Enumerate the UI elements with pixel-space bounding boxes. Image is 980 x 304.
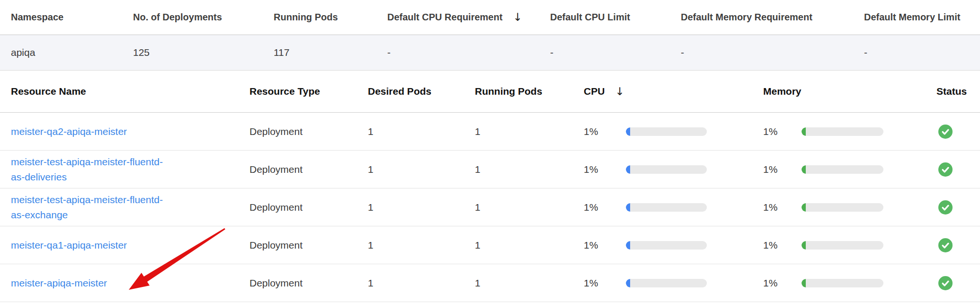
cpu-usage-fill (626, 279, 630, 287)
cpu-usage-fill (626, 127, 630, 136)
col-header-cpu[interactable]: CPU ↓ (584, 86, 763, 97)
table-row: meister-test-apiqa-meister-fluentd- as-e… (0, 188, 980, 226)
cpu-usage-fill (626, 203, 630, 212)
sort-descending-icon[interactable]: ↓ (615, 86, 624, 97)
memory-percent: 1% (763, 202, 802, 213)
sort-descending-icon[interactable]: ↓ (513, 12, 522, 23)
desired-pods: 1 (368, 277, 475, 289)
default-memory-limit-value: - (864, 47, 980, 58)
memory-usage-bar (802, 241, 883, 250)
cpu-usage-fill (626, 241, 630, 250)
memory-usage-fill (802, 279, 806, 287)
running-pods: 1 (475, 202, 584, 213)
resource-type: Deployment (249, 240, 368, 251)
col-header-default-cpu-limit[interactable]: Default CPU Limit (550, 12, 681, 23)
memory-usage-fill (802, 241, 806, 250)
memory-usage-fill (802, 203, 806, 212)
cpu-usage-bar (626, 279, 707, 287)
col-header-resource-type[interactable]: Resource Type (249, 86, 368, 97)
resource-link[interactable]: meister-test-apiqa-meister-fluentd- as-d… (11, 154, 163, 185)
desired-pods: 1 (368, 126, 475, 137)
status-healthy-icon (938, 238, 953, 252)
table-row: meister-apiqa-meister Deployment 1 1 1% … (0, 264, 980, 302)
resource-type: Deployment (249, 202, 368, 213)
col-header-running-pods[interactable]: Running Pods (274, 12, 387, 23)
resource-link[interactable]: meister-qa2-apiqa-meister (11, 124, 127, 139)
memory-usage-fill (802, 127, 806, 136)
cpu-percent: 1% (584, 277, 626, 289)
namespace-name: apiqa (11, 47, 133, 58)
memory-usage-bar (802, 127, 883, 136)
memory-usage-bar (802, 279, 883, 287)
memory-usage-bar (802, 203, 883, 212)
desired-pods: 1 (368, 240, 475, 251)
status-healthy-icon (938, 125, 953, 139)
memory-percent: 1% (763, 164, 802, 175)
col-header-default-memory-limit[interactable]: Default Memory Limit (864, 12, 980, 23)
col-header-status[interactable]: Status (936, 86, 980, 97)
table-row: meister-qa2-apiqa-meister Deployment 1 1… (0, 113, 980, 151)
cpu-usage-bar (626, 127, 707, 136)
resource-link[interactable]: meister-test-apiqa-meister-fluentd- as-e… (11, 192, 163, 223)
memory-usage-fill (802, 165, 806, 174)
status-healthy-icon (938, 200, 953, 215)
default-cpu-requirement-value: - (387, 47, 550, 58)
namespace-row-apiqa[interactable]: apiqa 125 117 - - - - (0, 35, 980, 71)
memory-usage-bar (802, 165, 883, 174)
col-header-resource-name[interactable]: Resource Name (11, 86, 249, 97)
cpu-percent: 1% (584, 240, 626, 251)
col-header-label: Default CPU Requirement (387, 12, 502, 23)
resource-type: Deployment (249, 164, 368, 175)
memory-percent: 1% (763, 126, 802, 137)
cpu-usage-fill (626, 165, 630, 174)
resource-link[interactable]: meister-apiqa-meister (11, 276, 107, 291)
desired-pods: 1 (368, 164, 475, 175)
running-pods: 1 (475, 240, 584, 251)
status-healthy-icon (938, 276, 953, 290)
memory-percent: 1% (763, 277, 802, 289)
cpu-percent: 1% (584, 164, 626, 175)
cpu-percent: 1% (584, 126, 626, 137)
status-healthy-icon (938, 162, 953, 177)
resource-table-header: Resource Name Resource Type Desired Pods… (0, 71, 980, 113)
table-row: meister-test-apiqa-meister-fluentd- as-d… (0, 151, 980, 188)
cpu-usage-bar (626, 203, 707, 212)
default-cpu-limit-value: - (550, 47, 681, 58)
cpu-usage-bar (626, 241, 707, 250)
col-header-label: CPU (584, 86, 605, 97)
running-pods: 1 (475, 277, 584, 289)
col-header-memory[interactable]: Memory (763, 86, 936, 97)
deployments-count: 125 (133, 47, 274, 58)
desired-pods: 1 (368, 202, 475, 213)
col-header-namespace[interactable]: Namespace (11, 12, 133, 23)
col-header-deployments[interactable]: No. of Deployments (133, 12, 274, 23)
resource-type: Deployment (249, 277, 368, 289)
namespace-detail-screen: Namespace No. of Deployments Running Pod… (0, 0, 980, 304)
cpu-percent: 1% (584, 202, 626, 213)
col-header-default-memory-requirement[interactable]: Default Memory Requirement (681, 12, 864, 23)
col-header-default-cpu-requirement[interactable]: Default CPU Requirement ↓ (387, 12, 550, 23)
col-header-running-pods[interactable]: Running Pods (475, 86, 584, 97)
namespace-table-header: Namespace No. of Deployments Running Pod… (0, 0, 980, 35)
resource-link[interactable]: meister-qa1-apiqa-meister (11, 238, 127, 253)
resource-type: Deployment (249, 126, 368, 137)
table-row: meister-qa1-apiqa-meister Deployment 1 1… (0, 226, 980, 264)
cpu-usage-bar (626, 165, 707, 174)
running-pods: 1 (475, 164, 584, 175)
running-pods: 1 (475, 126, 584, 137)
default-memory-requirement-value: - (681, 47, 864, 58)
running-pods-count: 117 (274, 47, 387, 58)
col-header-desired-pods[interactable]: Desired Pods (368, 86, 475, 97)
memory-percent: 1% (763, 240, 802, 251)
